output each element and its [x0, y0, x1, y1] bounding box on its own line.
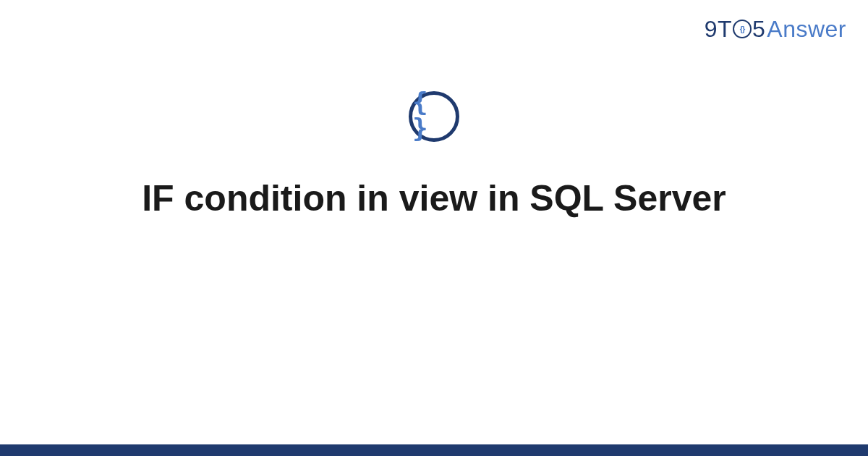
site-logo[interactable]: 9T {} 5 Answer: [705, 16, 846, 43]
code-braces-icon: { }: [412, 89, 456, 141]
footer-accent-bar: [0, 444, 868, 456]
logo-clock-icon: {}: [733, 20, 752, 38]
main-content: { } IF condition in view in SQL Server: [0, 91, 868, 220]
page-title: IF condition in view in SQL Server: [113, 177, 755, 220]
logo-text-answer: Answer: [767, 16, 846, 43]
logo-text-9t: 9T: [705, 16, 732, 43]
site-header: 9T {} 5 Answer: [705, 16, 846, 43]
topic-icon-circle: { }: [409, 91, 459, 142]
logo-clock-inner: {}: [740, 25, 745, 33]
logo-text-5: 5: [752, 16, 765, 43]
